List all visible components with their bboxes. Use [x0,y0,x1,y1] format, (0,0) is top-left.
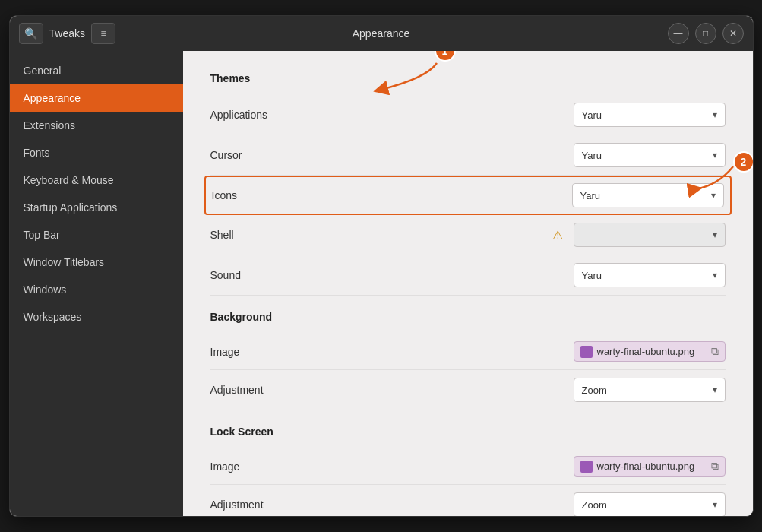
ls-adjustment-label: Adjustment [210,499,574,511]
sidebar-item-extensions[interactable]: Extensions [10,112,183,139]
menu-button[interactable]: ≡ [91,23,115,44]
icons-control: Yaru ▾ 2 [572,183,724,207]
sidebar-item-general[interactable]: General [10,57,183,84]
background-section-title: Background [210,311,726,323]
sidebar-item-startup-applications[interactable]: Startup Applications [10,194,183,221]
bg-adjustment-value: Zoom [582,385,607,396]
sound-row: Sound Yaru ▾ [210,255,726,296]
icons-dropdown-arrow: ▾ [711,190,716,201]
applications-row: Applications Yaru ▾ [210,95,726,135]
bg-adjustment-label: Adjustment [210,384,574,396]
ls-adjustment-control: Zoom ▾ [574,492,726,516]
cursor-row: Cursor Yaru ▾ [210,135,726,176]
shell-label: Shell [210,229,552,241]
bg-adjustment-dropdown[interactable]: Zoom ▾ [574,378,726,402]
icons-dropdown[interactable]: Yaru ▾ [572,183,724,207]
sidebar-item-window-titlebars[interactable]: Window Titlebars [10,249,183,276]
ls-image-row: Image warty-final-ubuntu.png ⧉ [210,448,726,485]
titlebar: 🔍 Tweaks ≡ Appearance — □ ✕ [10,16,753,51]
sound-dropdown-arrow: ▾ [713,270,717,280]
ls-image-filename: warty-final-ubuntu.png [597,461,707,472]
cursor-label: Cursor [210,149,574,161]
cursor-control: Yaru ▾ [574,143,726,167]
ls-adjustment-row: Adjustment Zoom ▾ [210,485,726,516]
annotation-2: 2 [733,151,753,173]
bg-image-control: warty-final-ubuntu.png ⧉ [574,341,726,362]
sound-value: Yaru [582,270,602,281]
bg-image-filename: warty-final-ubuntu.png [597,346,707,357]
bg-image-row: Image warty-final-ubuntu.png ⧉ [210,334,726,370]
sound-dropdown[interactable]: Yaru ▾ [574,263,726,287]
window-controls: — □ ✕ [668,23,744,44]
ls-adjustment-value: Zoom [582,499,607,511]
sound-control: Yaru ▾ [574,263,726,287]
titlebar-left: 🔍 Tweaks ≡ [19,23,115,44]
sidebar-item-keyboard-mouse[interactable]: Keyboard & Mouse [10,166,183,194]
bg-adjustment-row: Adjustment Zoom ▾ [210,370,726,410]
applications-dropdown[interactable]: Yaru ▾ [574,103,726,127]
close-button[interactable]: ✕ [722,23,744,44]
bg-adjustment-arrow: ▾ [713,385,717,395]
bg-image-copy-icon[interactable]: ⧉ [711,345,719,358]
ls-adjustment-arrow: ▾ [713,499,717,510]
bg-image-thumb [580,346,593,358]
bg-image-label: Image [210,346,574,358]
sidebar-item-fonts[interactable]: Fonts [10,139,183,166]
shell-dropdown-arrow: ▾ [713,230,717,240]
cursor-dropdown-arrow: ▾ [713,150,717,160]
icons-value: Yaru [580,190,601,201]
ls-adjustment-dropdown[interactable]: Zoom ▾ [574,492,726,516]
sidebar-item-top-bar[interactable]: Top Bar [10,221,183,249]
ls-image-thumb [580,461,593,473]
themes-section-title: Themes [210,72,726,84]
sidebar-item-workspaces[interactable]: Workspaces [10,303,183,331]
content-area: 1 Themes Applications [183,51,753,516]
annotation-number-2: 2 [733,151,753,173]
applications-label: Applications [210,109,574,121]
cursor-dropdown[interactable]: Yaru ▾ [574,143,726,167]
main-window: 🔍 Tweaks ≡ Appearance — □ ✕ General Appe… [9,15,754,517]
lock-screen-section-title: Lock Screen [210,426,726,438]
shell-warning-icon: ⚠ [552,228,563,242]
icons-row: Icons Yaru ▾ 2 [204,176,732,215]
sound-label: Sound [210,269,574,281]
ls-image-label: Image [210,461,574,473]
bg-image-picker[interactable]: warty-final-ubuntu.png ⧉ [574,341,726,362]
sidebar-item-windows[interactable]: Windows [10,276,183,303]
maximize-button[interactable]: □ [695,23,716,44]
ls-image-copy-icon[interactable]: ⧉ [711,460,719,473]
shell-dropdown[interactable]: ▾ [574,223,726,247]
applications-control: Yaru ▾ [574,103,726,127]
ls-image-control: warty-final-ubuntu.png ⧉ [574,456,726,477]
applications-dropdown-arrow: ▾ [713,109,717,120]
cursor-value: Yaru [582,150,602,161]
app-name: Tweaks [49,27,85,40]
applications-value: Yaru [582,109,602,121]
shell-row: Shell ⚠ ▾ [210,215,726,255]
shell-control: ⚠ ▾ [552,223,726,247]
icons-label: Icons [212,189,572,201]
sidebar: General Appearance Extensions Fonts Keyb… [10,51,183,516]
annotation-number-1: 1 [435,51,456,62]
minimize-button[interactable]: — [668,23,689,44]
bg-adjustment-control: Zoom ▾ [574,378,726,402]
ls-image-picker[interactable]: warty-final-ubuntu.png ⧉ [574,456,726,477]
window-title: Appearance [353,27,410,40]
search-button[interactable]: 🔍 [19,23,43,44]
content-wrapper: General Appearance Extensions Fonts Keyb… [10,51,753,516]
sidebar-item-appearance[interactable]: Appearance [10,84,183,112]
